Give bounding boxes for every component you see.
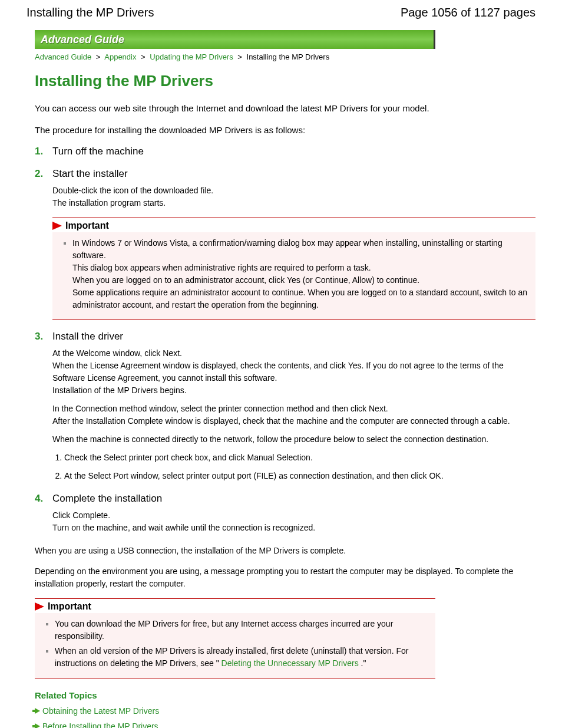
sub-step: At the Select Port window, select printe… <box>64 470 535 482</box>
important-label: Important <box>65 220 109 231</box>
flag-icon <box>52 222 62 230</box>
step-number: 3. <box>35 331 47 342</box>
sub-step: Check the Select printer port check box,… <box>64 452 535 464</box>
related-topics: Related Topics Obtaining the Latest MP D… <box>35 690 527 728</box>
step-body-line: Click Complete. <box>52 509 535 522</box>
step-number: 2. <box>35 168 47 180</box>
step-title: Turn off the machine <box>52 146 144 157</box>
flag-icon <box>35 602 44 611</box>
related-link-obtaining[interactable]: Obtaining the Latest MP Drivers <box>35 706 527 716</box>
step-1: 1. Turn off the machine <box>35 146 535 157</box>
related-link-text: Before Installing the MP Drivers <box>42 722 158 728</box>
step-3: 3. Install the driver At the Welcome win… <box>35 331 535 482</box>
step-number: 1. <box>35 146 47 157</box>
step-para: When the machine is connected directly t… <box>52 433 535 446</box>
step-para: In the Connection method window, select … <box>52 403 535 427</box>
breadcrumb-link-advanced-guide[interactable]: Advanced Guide <box>35 52 91 61</box>
step-para: At the Welcome window, click Next. When … <box>52 347 535 397</box>
breadcrumb-link-appendix[interactable]: Appendix <box>104 52 136 61</box>
page-title: Installing the MP Drivers <box>35 72 535 90</box>
banner: Advanced Guide <box>35 30 435 49</box>
related-title: Related Topics <box>35 690 527 700</box>
banner-text: Advanced Guide <box>41 34 124 46</box>
link-deleting-drivers[interactable]: Deleting the Unnecessary MP Drivers <box>222 658 361 668</box>
intro-p1: You can access our web site through the … <box>35 102 527 114</box>
step-body-line: Turn on the machine, and wait awhile unt… <box>52 522 535 534</box>
important-item: When an old version of the MP Drivers is… <box>55 646 408 668</box>
important-item: In Windows 7 or Windows Vista, a confirm… <box>72 238 527 309</box>
step-body-line: The installation program starts. <box>52 197 535 209</box>
intro-p2: The procedure for installing the downloa… <box>35 124 527 136</box>
breadcrumb: Advanced Guide > Appendix > Updating the… <box>35 52 535 61</box>
important-note: Important In Windows 7 or Windows Vista,… <box>52 218 535 320</box>
step-title: Install the driver <box>52 331 123 342</box>
arrow-icon <box>35 723 40 728</box>
step-2: 2. Start the installer Double-click the … <box>35 168 535 320</box>
important-label: Important <box>48 601 91 612</box>
step-number: 4. <box>35 493 47 505</box>
important-item: You can download the MP Drivers for free… <box>55 619 393 641</box>
header-title: Installing the MP Drivers <box>27 6 154 19</box>
important-note-2: Important You can download the MP Driver… <box>35 598 435 678</box>
after-step-p2: Depending on the environment you are usi… <box>35 565 527 590</box>
page-header: Installing the MP Drivers Page 1056 of 1… <box>27 6 535 19</box>
breadcrumb-link-updating[interactable]: Updating the MP Drivers <box>150 52 233 61</box>
breadcrumb-current: Installing the MP Drivers <box>247 52 330 61</box>
after-step-p1: When you are using a USB connection, the… <box>35 545 527 557</box>
step-title: Start the installer <box>52 168 128 180</box>
arrow-icon <box>35 708 40 714</box>
step-title: Complete the installation <box>52 493 162 505</box>
related-link-before-installing[interactable]: Before Installing the MP Drivers <box>35 722 527 728</box>
step-body-line: Double-click the icon of the downloaded … <box>52 185 535 197</box>
related-link-text: Obtaining the Latest MP Drivers <box>42 706 159 716</box>
step-4: 4. Complete the installation Click Compl… <box>35 493 535 534</box>
header-page-info: Page 1056 of 1127 pages <box>401 6 535 19</box>
